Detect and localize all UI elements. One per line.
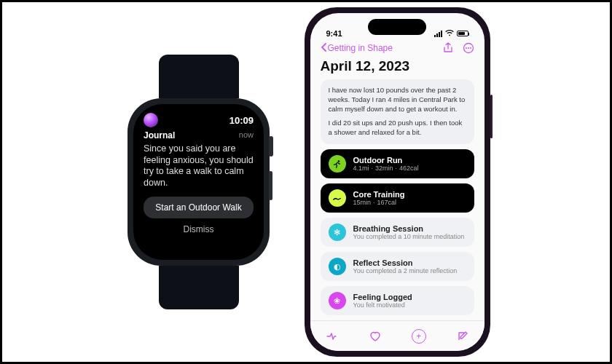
notification-body: Since you said you are feeling anxious, … (144, 143, 254, 189)
watch-band-bottom (159, 266, 239, 309)
cellular-signal-icon (434, 31, 442, 37)
iphone: 9:41 Getting in Shape (305, 7, 490, 357)
tab-add-button[interactable]: + (412, 329, 426, 344)
session-card-feeling[interactable]: ❀ Feeling Logged You felt motivated (321, 286, 474, 315)
back-button[interactable]: Getting in Shape (321, 43, 393, 54)
dismiss-button[interactable]: Dismiss (144, 224, 254, 234)
workout-stats: 15min·167cal (353, 199, 405, 206)
journal-content: April 12, 2023 I have now lost 10 pounds… (310, 57, 484, 320)
watch-case: 10:09 Journal now Since you said you are… (128, 98, 270, 266)
note-paragraph: I have now lost 10 pounds over the past … (329, 86, 466, 114)
dynamic-island (368, 19, 426, 35)
session-title: Breathing Session (353, 224, 465, 233)
start-outdoor-walk-button[interactable]: Start an Outdoor Walk (144, 197, 254, 218)
workout-stats: 4.1mi·32min·462cal (353, 165, 419, 172)
session-title: Feeling Logged (353, 293, 412, 301)
tab-compose-icon[interactable] (455, 329, 470, 344)
journal-app-icon (144, 113, 158, 127)
share-icon[interactable] (442, 42, 454, 54)
svg-point-4 (338, 160, 340, 162)
battery-icon (457, 31, 468, 36)
svg-point-1 (466, 47, 467, 49)
phone-side-button[interactable] (490, 95, 493, 138)
workout-title: Core Training (353, 190, 405, 199)
page-title: April 12, 2023 (321, 58, 474, 74)
side-button[interactable] (269, 171, 272, 200)
reflect-icon: ◐ (329, 258, 346, 275)
session-subtitle: You completed a 2 minute reflection (353, 267, 458, 274)
watch-screen: 10:09 Journal now Since you said you are… (133, 104, 264, 260)
status-time: 9:41 (326, 29, 342, 38)
core-training-icon (329, 189, 346, 207)
feeling-icon: ❀ (329, 292, 346, 309)
journal-note[interactable]: I have now lost 10 pounds over the past … (321, 79, 474, 144)
navigation-bar: Getting in Shape (310, 39, 484, 57)
tab-bar: + (310, 320, 484, 351)
workout-card-core[interactable]: Core Training 15min·167cal (321, 183, 474, 213)
apple-watch: 10:09 Journal now Since you said you are… (122, 55, 275, 309)
digital-crown[interactable] (269, 136, 273, 157)
session-card-breathing[interactable]: ✻ Breathing Session You completed a 10 m… (321, 218, 474, 247)
note-paragraph: I did 20 sit ups and 20 push ups. I then… (329, 119, 466, 138)
running-icon (329, 155, 346, 173)
workout-title: Outdoor Run (353, 156, 419, 165)
workout-card-run[interactable]: Outdoor Run 4.1mi·32min·462cal (321, 149, 474, 178)
chevron-left-icon (321, 43, 326, 54)
session-title: Reflect Session (353, 258, 458, 267)
breathing-icon: ✻ (329, 223, 346, 241)
session-subtitle: You felt motivated (353, 301, 412, 309)
tab-timeline-icon[interactable] (324, 329, 339, 344)
phone-screen: 9:41 Getting in Shape (310, 13, 484, 351)
session-card-reflect[interactable]: ◐ Reflect Session You completed a 2 minu… (321, 252, 474, 281)
svg-point-2 (468, 47, 469, 49)
tab-favorites-icon[interactable] (368, 329, 382, 344)
watch-band-top (159, 55, 239, 98)
notification-timestamp: now (239, 130, 254, 141)
watch-status-bar: 10:09 (144, 113, 254, 127)
wifi-icon (445, 29, 454, 38)
watch-time: 10:09 (230, 115, 254, 126)
svg-point-3 (470, 47, 471, 49)
session-subtitle: You completed a 10 minute meditation (353, 233, 465, 240)
notification-app-name: Journal (144, 130, 175, 141)
back-label: Getting in Shape (328, 43, 393, 53)
more-icon[interactable] (463, 42, 474, 54)
